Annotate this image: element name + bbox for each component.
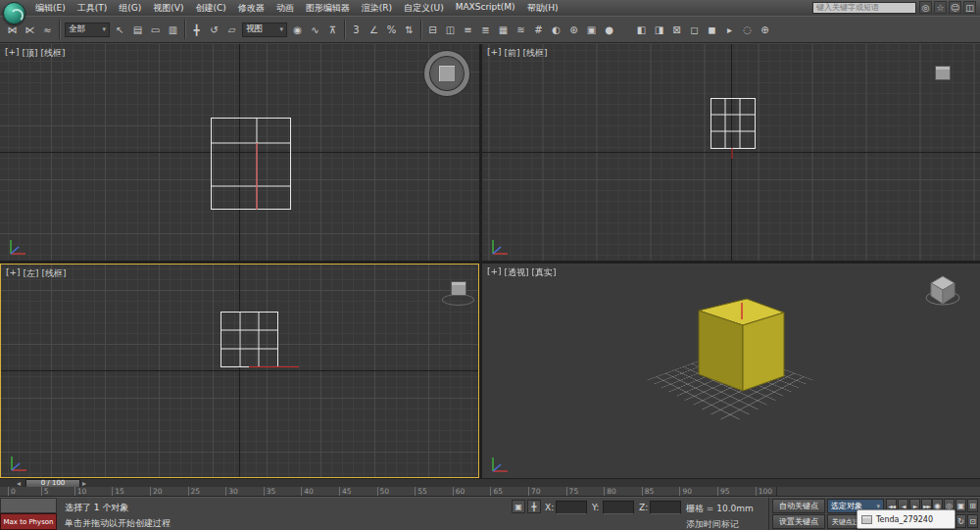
render-production-icon[interactable]: ● <box>601 21 617 38</box>
viewport-menu-shading[interactable]: [线框] <box>41 47 66 60</box>
viewport-menu-general[interactable]: [+] <box>487 47 502 60</box>
select-and-move-icon[interactable]: ╋ <box>188 21 205 38</box>
layer-manager-icon[interactable]: ≣ <box>477 21 494 38</box>
extra-tool-icon-8[interactable]: ⊕ <box>757 21 773 38</box>
align-icon[interactable]: ≡ <box>460 21 476 38</box>
workspace-icon[interactable]: ◫ <box>963 1 976 14</box>
help-search-input[interactable] <box>812 2 916 14</box>
select-and-scale-icon[interactable]: ▱ <box>223 21 240 38</box>
viewport-perspective[interactable]: [+] [透视] [真实] <box>482 264 980 478</box>
community-help-icon[interactable]: ☺ <box>949 1 961 14</box>
viewcube[interactable] <box>424 51 469 96</box>
viewport-menu-shading[interactable]: [真实] <box>532 266 557 279</box>
menu-item[interactable]: 创建(C) <box>189 1 231 16</box>
add-time-tag-button[interactable]: 添加时间标记 <box>686 518 739 530</box>
box-wireframe-left-view <box>220 312 301 372</box>
render-setup-icon[interactable]: ⊛ <box>565 21 582 38</box>
bind-to-space-warp-icon[interactable]: ≈ <box>39 21 56 38</box>
orbit-icon[interactable]: ↻ <box>956 514 966 528</box>
zoom-extents-all-icon[interactable]: ⊞ <box>967 499 978 512</box>
menu-item[interactable]: 自定义(U) <box>398 1 450 16</box>
viewport-menu-pov[interactable]: [左] <box>24 267 39 280</box>
absolute-mode-toggle[interactable]: ╋ <box>527 500 541 513</box>
network-popup[interactable]: Tenda_279240 <box>857 509 956 529</box>
set-key-button[interactable]: 设置关键点 <box>772 514 825 529</box>
track-bar[interactable]: 0510152025303540455055606570758085909510… <box>0 487 980 497</box>
y-coordinate-field[interactable] <box>603 501 634 514</box>
extra-tool-icon-2[interactable]: ◨ <box>651 21 667 38</box>
world-axis-icon <box>487 232 513 258</box>
maxscript-mini-listener[interactable] <box>0 498 57 513</box>
menu-item[interactable]: 组(G) <box>113 1 147 16</box>
z-coordinate-field[interactable] <box>650 501 681 514</box>
select-by-name-icon[interactable]: ▤ <box>129 21 146 38</box>
selection-filter-dropdown[interactable]: 全部 ▾ <box>65 23 110 37</box>
viewcube-top-face[interactable] <box>438 65 456 82</box>
use-pivot-center-icon[interactable]: ◉ <box>289 21 306 38</box>
mirror-icon[interactable]: ◫ <box>442 21 459 38</box>
menu-item[interactable]: 图形编辑器 <box>300 1 356 16</box>
x-coordinate-field[interactable] <box>556 501 587 514</box>
viewport-menu-general[interactable]: [+] <box>487 266 502 279</box>
viewport-menu-shading[interactable]: [线框] <box>523 47 548 60</box>
select-and-manipulate-icon[interactable]: ∿ <box>307 21 323 38</box>
viewport-menu-pov[interactable]: [前] <box>505 47 520 60</box>
window-crossing-icon[interactable]: ▥ <box>165 21 181 38</box>
auto-key-button[interactable]: 自动关键点 <box>772 499 825 513</box>
lock-selection-toggle[interactable]: ▣ <box>512 500 525 513</box>
graphite-ribbon-icon[interactable]: ▦ <box>495 21 512 38</box>
script-button[interactable]: Max to Physon <box>0 513 57 530</box>
curve-editor-icon[interactable]: ≋ <box>513 21 529 38</box>
extra-tool-icon-3[interactable]: ⊠ <box>668 21 685 38</box>
menu-item[interactable]: 帮助(H) <box>521 1 564 16</box>
schematic-view-icon[interactable]: # <box>530 21 547 38</box>
extra-tool-icon-4[interactable]: ◻ <box>686 21 703 38</box>
angle-snap-icon[interactable]: ∠ <box>366 21 382 38</box>
percent-snap-icon[interactable]: % <box>383 21 400 38</box>
menu-item[interactable]: 编辑(E) <box>29 1 72 16</box>
time-slider-track[interactable]: ◂ 0 / 100 ▸ <box>0 478 980 487</box>
coordinate-system-dropdown[interactable]: 视图 ▾ <box>242 23 287 37</box>
menu-item[interactable]: 修改器 <box>232 1 270 16</box>
grid-setting-text: 栅格 = 10.0mm <box>686 503 754 515</box>
viewport-menu-pov[interactable]: [透视] <box>505 266 529 279</box>
extra-tool-icon-1[interactable]: ◧ <box>633 21 650 38</box>
search-icon[interactable]: ◎ <box>919 1 932 14</box>
menu-item[interactable]: 视图(V) <box>147 1 189 16</box>
named-selection-sets-icon[interactable]: ⊟ <box>424 21 441 38</box>
viewport-menu-pov[interactable]: [顶] <box>23 47 38 60</box>
rendered-frame-icon[interactable]: ▣ <box>583 21 600 38</box>
extra-tool-icon-7[interactable]: ◌ <box>739 21 756 38</box>
viewcube[interactable] <box>451 281 466 296</box>
unlink-selection-icon[interactable]: ⋉ <box>22 21 38 38</box>
material-editor-icon[interactable]: ◐ <box>548 21 564 38</box>
spinner-snap-icon[interactable]: ⇅ <box>401 21 417 38</box>
viewport-left-active[interactable]: [+] [左] [线框] <box>0 264 479 478</box>
viewport-menu-shading[interactable]: [线框] <box>42 267 67 280</box>
select-and-rotate-icon[interactable]: ↺ <box>206 21 222 38</box>
extra-tool-icon-6[interactable]: ▸ <box>721 21 738 38</box>
yellow-box-object[interactable] <box>482 264 980 478</box>
viewcube[interactable] <box>923 271 962 309</box>
zoom-extents-icon[interactable]: ▣ <box>956 499 966 512</box>
status-toggles: ▣╋ <box>512 500 541 513</box>
maximize-viewport-toggle-icon[interactable]: ⊡ <box>967 514 978 528</box>
viewport-menu-general[interactable]: [+] <box>6 267 21 280</box>
extra-tool-icon-5[interactable]: ◼ <box>704 21 720 38</box>
menu-item[interactable]: 工具(T) <box>72 1 114 16</box>
toolbar-group-transform: ╋↺▱ <box>188 21 240 38</box>
select-object-icon[interactable]: ↖ <box>112 21 128 38</box>
3ds-max-logo-icon[interactable] <box>3 2 25 24</box>
snap-toggle-3d-icon[interactable]: 3 <box>348 21 365 38</box>
favorites-star-icon[interactable]: ☆ <box>934 1 947 14</box>
tick: 70 <box>528 487 541 496</box>
keyboard-override-icon[interactable]: ⊼ <box>324 21 341 38</box>
menu-item[interactable]: 动画 <box>270 1 300 16</box>
menu-item[interactable]: 渲染(R) <box>356 1 398 16</box>
viewport-front[interactable]: [+] [前] [线框] <box>482 44 980 261</box>
menu-item[interactable]: MAXScript(M) <box>450 1 521 16</box>
viewcube[interactable] <box>935 66 951 80</box>
selection-region-icon[interactable]: ▭ <box>147 21 164 38</box>
viewport-top[interactable]: [+] [顶] [线框] <box>0 44 479 261</box>
viewport-menu-general[interactable]: [+] <box>5 47 20 60</box>
